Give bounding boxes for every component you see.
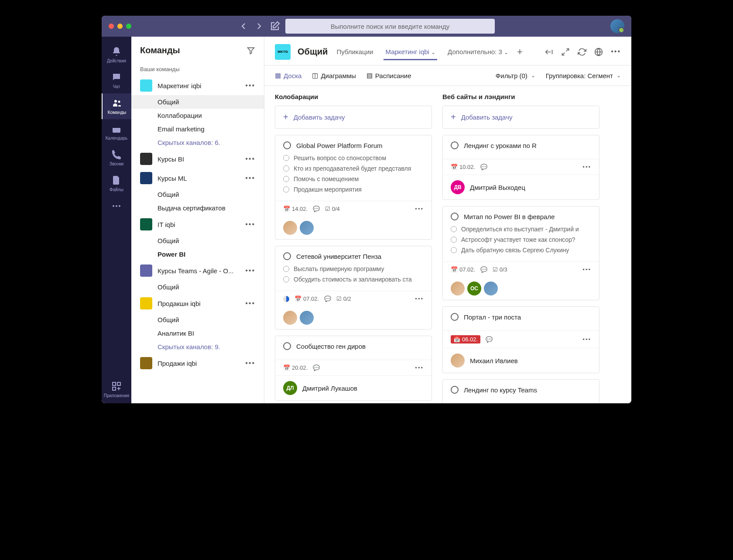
channel-item[interactable]: Выдача сертификатов xyxy=(131,201,264,215)
task-card[interactable]: Митап по Power BI в февралеОпределиться … xyxy=(442,206,599,300)
group-button[interactable]: Группировка: Сегмент ⌄ xyxy=(546,72,621,79)
team-row[interactable]: Маркетинг iqbi••• xyxy=(131,76,264,95)
assignee-avatar[interactable] xyxy=(451,282,465,295)
maximize-window[interactable] xyxy=(126,24,131,29)
subtask-row[interactable]: Кто из преподавателей будет представля xyxy=(283,163,424,174)
channel-item[interactable]: Общий xyxy=(131,95,264,109)
task-card[interactable]: Портал - три поста📅 06.02.💬•••Михаил Ивл… xyxy=(442,306,599,373)
team-row[interactable]: Курсы ML••• xyxy=(131,168,264,188)
view-tab[interactable]: ▦ Доска xyxy=(275,72,301,79)
reply-icon[interactable] xyxy=(545,48,553,56)
assignee-avatar[interactable]: ОС xyxy=(467,282,481,295)
channel-item[interactable]: Коллаборации xyxy=(131,109,264,122)
header-tab[interactable]: Дополнительно: 3 ⌄ xyxy=(446,44,510,60)
rail-chat[interactable]: Чат xyxy=(102,68,131,93)
apps-icon xyxy=(111,381,122,392)
card-more-icon[interactable]: ••• xyxy=(415,295,424,302)
refresh-icon[interactable] xyxy=(578,48,586,56)
card-more-icon[interactable]: ••• xyxy=(582,336,591,343)
header-tab[interactable]: Публикации xyxy=(335,44,375,60)
rail-more[interactable] xyxy=(102,196,131,216)
task-card[interactable]: Сообщество ген диров📅 20.02.💬•••ДЛДмитри… xyxy=(275,336,432,401)
assignee-avatar[interactable] xyxy=(283,221,297,235)
view-tab[interactable]: ◫ Диаграммы xyxy=(312,72,356,79)
task-card[interactable]: Лендинг по курсу Teams📅 07.02.💬☑ 0/4••• xyxy=(442,379,599,403)
task-card[interactable]: Сетевой университет ПензаВыслать примерн… xyxy=(275,246,432,330)
team-row[interactable]: Курсы BI••• xyxy=(131,149,264,168)
team-more-icon[interactable]: ••• xyxy=(245,267,255,275)
complete-circle-icon[interactable] xyxy=(283,252,291,260)
team-row[interactable]: Продажи iqbi••• xyxy=(131,354,264,373)
subtask-row[interactable]: Астрософт участвует тоже как спонсор? xyxy=(451,234,591,245)
complete-circle-icon[interactable] xyxy=(451,386,459,394)
subtask-row[interactable]: Определиться кто выступает - Дмитрий и xyxy=(451,224,591,234)
complete-circle-icon[interactable] xyxy=(451,313,459,321)
task-card[interactable]: Лендинг с уроками по R📅 10.02.💬•••ДВДмит… xyxy=(442,135,599,200)
nav-forward-icon[interactable] xyxy=(254,21,264,31)
card-more-icon[interactable]: ••• xyxy=(415,206,424,212)
team-more-icon[interactable]: ••• xyxy=(245,359,255,367)
subtask-row[interactable]: Помочь с помещением xyxy=(283,174,424,184)
header-tab[interactable]: Маркетинг iqbi ⌄ xyxy=(384,44,437,60)
rail-apps[interactable]: Приложения xyxy=(102,377,131,403)
nav-back-icon[interactable] xyxy=(238,21,249,31)
globe-icon[interactable] xyxy=(594,48,603,56)
expand-icon[interactable] xyxy=(561,48,570,56)
subtask-row[interactable]: Дать обратную связь Сергею Слукину xyxy=(451,245,591,255)
complete-circle-icon[interactable] xyxy=(451,213,459,220)
channel-item[interactable]: Общий xyxy=(131,188,264,201)
view-tab[interactable]: ▤ Расписание xyxy=(366,72,411,79)
subtask-row[interactable]: Решить вопрос со спонсорством xyxy=(283,153,424,163)
add-task-button[interactable]: +Добавить задачу xyxy=(275,106,432,129)
assignee-avatar[interactable] xyxy=(484,282,498,295)
complete-circle-icon[interactable] xyxy=(283,342,291,350)
rail-calendar[interactable]: Календарь xyxy=(102,119,131,145)
assignee-avatar[interactable]: ДЛ xyxy=(283,381,297,395)
channel-item[interactable]: Email marketing xyxy=(131,122,264,136)
subtask-row[interactable]: Выслать примерную программу xyxy=(283,264,424,274)
card-more-icon[interactable]: ••• xyxy=(582,164,591,170)
checklist-progress: ☑ 0/3 xyxy=(493,266,507,273)
filter-icon[interactable] xyxy=(247,46,255,55)
more-icon[interactable]: ••• xyxy=(611,48,621,56)
team-row[interactable]: IT iqbi••• xyxy=(131,215,264,234)
add-task-button[interactable]: +Добавить задачу xyxy=(442,106,599,129)
team-row[interactable]: Продакшн iqbi••• xyxy=(131,294,264,313)
add-tab-button[interactable]: + xyxy=(517,46,523,58)
channel-item[interactable]: Скрытых каналов: 9. xyxy=(131,340,264,354)
team-row[interactable]: Курсы Teams - Agile - O...••• xyxy=(131,261,264,280)
channel-item[interactable]: Общий xyxy=(131,234,264,247)
channel-item[interactable]: Скрытых каналов: 6. xyxy=(131,136,264,149)
assignee-avatar[interactable] xyxy=(451,354,465,368)
search-input[interactable]: Выполните поиск или введите команду xyxy=(285,19,495,34)
card-more-icon[interactable]: ••• xyxy=(415,364,424,371)
complete-circle-icon[interactable] xyxy=(451,141,459,149)
user-avatar[interactable] xyxy=(610,19,624,33)
rail-activity[interactable]: Действия xyxy=(102,42,131,68)
channel-item[interactable]: Общий xyxy=(131,280,264,294)
task-card[interactable]: Global Power Platform ForumРешить вопрос… xyxy=(275,135,432,240)
team-more-icon[interactable]: ••• xyxy=(245,174,255,182)
subtask-row[interactable]: Продакшн мероприятия xyxy=(283,184,424,195)
complete-circle-icon[interactable] xyxy=(283,141,291,149)
rail-files[interactable]: Файлы xyxy=(102,171,131,196)
team-more-icon[interactable]: ••• xyxy=(245,299,255,307)
filter-button[interactable]: Фильтр (0) ⌄ xyxy=(496,72,535,79)
card-more-icon[interactable]: ••• xyxy=(582,266,591,273)
compose-icon[interactable] xyxy=(270,21,280,31)
minimize-window[interactable] xyxy=(117,24,123,29)
rail-teams[interactable]: Команды xyxy=(102,93,131,119)
rail-calls[interactable]: Звонки xyxy=(102,145,131,171)
channel-item[interactable]: Power BI xyxy=(131,247,264,261)
channel-item[interactable]: Аналитик BI xyxy=(131,326,264,340)
assignee-avatar[interactable]: ДВ xyxy=(451,180,465,194)
assignee-avatar[interactable] xyxy=(300,311,314,325)
assignee-avatar[interactable] xyxy=(300,221,314,235)
subtask-row[interactable]: Обсудить стоимость и запланировать ста xyxy=(283,274,424,285)
team-more-icon[interactable]: ••• xyxy=(245,220,255,228)
team-more-icon[interactable]: ••• xyxy=(245,155,255,163)
close-window[interactable] xyxy=(109,24,114,29)
team-more-icon[interactable]: ••• xyxy=(245,82,255,89)
assignee-avatar[interactable] xyxy=(283,311,297,325)
channel-item[interactable]: Общий xyxy=(131,313,264,326)
